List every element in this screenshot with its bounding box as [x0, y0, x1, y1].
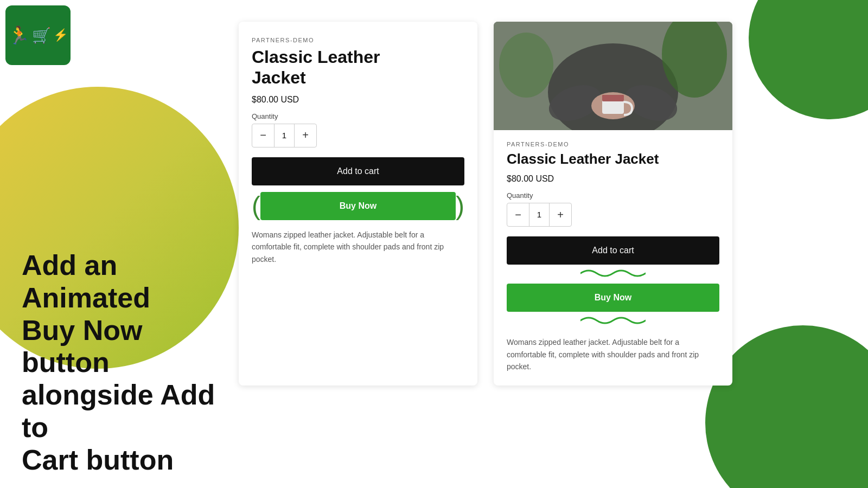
svg-point-9: [499, 33, 553, 98]
card1-qty-value: 1: [274, 124, 295, 147]
product-image-svg: [494, 22, 732, 130]
card2-quantity-control: − 1 +: [507, 203, 572, 227]
card1-store-label: PARTNERS-DEMO: [252, 37, 464, 43]
product-card-1: PARTNERS-DEMO Classic Leather Jacket $80…: [239, 22, 477, 386]
card1-quantity-control: − 1 +: [252, 124, 317, 147]
card2-buy-now-button[interactable]: Buy Now: [507, 284, 719, 312]
card1-add-to-cart-button[interactable]: Add to cart: [252, 157, 464, 185]
left-text-block: Add an Animated Buy Now button alongside…: [22, 249, 228, 477]
left-text-line1: Add an Animated: [22, 249, 150, 313]
card1-qty-plus[interactable]: +: [295, 124, 316, 147]
product-cards-container: PARTNERS-DEMO Classic Leather Jacket $80…: [239, 22, 732, 386]
card1-description: Womans zipped leather jacket. Adjustable…: [252, 229, 464, 265]
card1-qty-minus[interactable]: −: [252, 124, 274, 147]
card1-quantity-label: Quantity: [252, 112, 464, 120]
card2-product-title: Classic Leather Jacket: [507, 151, 719, 168]
card2-description: Womans zipped leather jacket. Adjustable…: [507, 336, 719, 373]
card2-qty-value: 1: [529, 203, 550, 227]
logo[interactable]: 🏃 🛒 ⚡: [5, 5, 71, 65]
card2-price: $80.00 USD: [507, 174, 719, 184]
card2-wavy-top: [507, 268, 719, 280]
bolt-icon: ⚡: [53, 28, 68, 42]
background-arc-green-top: [749, 0, 868, 119]
left-text-line3: alongside Add to: [22, 379, 215, 443]
cart-icon: 🛒: [32, 27, 51, 44]
card2-store-label: PARTNERS-DEMO: [507, 141, 719, 147]
card2-buy-now-section: Buy Now: [507, 268, 719, 328]
card2-quantity-label: Quantity: [507, 191, 719, 200]
card1-product-title: Classic Leather Jacket: [252, 47, 464, 88]
left-text-line2: Buy Now button: [22, 314, 142, 378]
left-text-line4: Cart button: [22, 444, 174, 476]
card1-buy-now-button[interactable]: Buy Now: [260, 192, 456, 220]
card2-wavy-bottom: [507, 315, 719, 328]
product-card-2: PARTNERS-DEMO Classic Leather Jacket $80…: [494, 22, 732, 386]
card1-buy-now-wrapper: ( Buy Now ): [252, 192, 464, 220]
card2-product-image: [494, 22, 732, 130]
svg-rect-7: [602, 95, 624, 101]
card2-add-to-cart-button[interactable]: Add to cart: [507, 236, 719, 265]
card2-qty-minus[interactable]: −: [507, 203, 529, 227]
runner-icon: 🏃: [8, 25, 30, 46]
card1-bracket-left: (: [252, 193, 260, 219]
card1-price: $80.00 USD: [252, 95, 464, 105]
card1-bracket-right: ): [456, 193, 464, 219]
card2-qty-plus[interactable]: +: [550, 203, 571, 227]
